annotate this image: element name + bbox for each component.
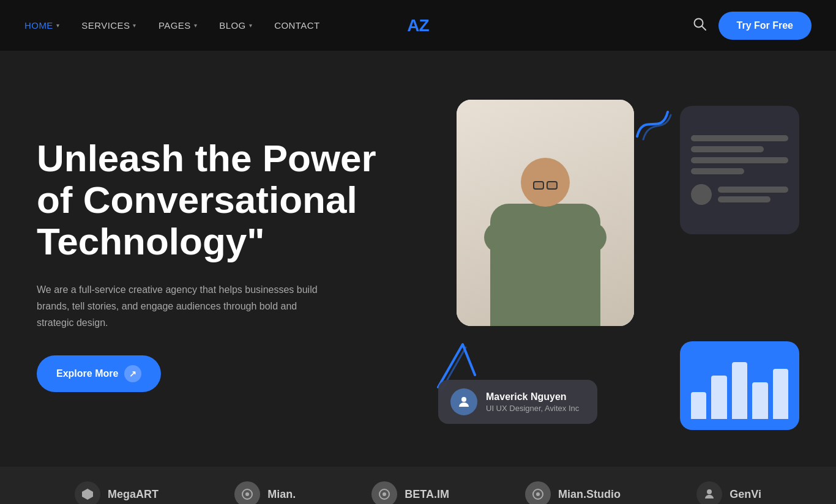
hero-subtitle: We are a full-service creative agency th… <box>37 281 330 332</box>
nav-label-home: HOME <box>24 20 53 31</box>
search-icon[interactable] <box>693 17 706 34</box>
svg-line-1 <box>702 26 706 30</box>
nav-item-blog[interactable]: BLOG ▾ <box>219 20 252 31</box>
brand-name-mian: Mian. <box>267 488 296 501</box>
svg-point-10 <box>707 489 712 494</box>
nav-item-contact[interactable]: CONTACT <box>274 20 320 31</box>
text-line-3 <box>691 157 788 163</box>
explore-label: Explore More <box>56 368 118 379</box>
squiggle-top-decoration <box>631 106 674 143</box>
nav-label-contact: CONTACT <box>274 20 320 31</box>
chart-bar-5 <box>773 369 788 419</box>
person-head <box>521 158 570 207</box>
nav-item-pages[interactable]: PAGES ▾ <box>159 20 197 31</box>
chart-card <box>680 341 799 430</box>
person-image <box>457 100 634 326</box>
person-job-title: UI UX Designer, Avitex Inc <box>486 404 579 413</box>
person-name: Maverick Nguyen <box>486 391 579 402</box>
person-arms <box>484 222 606 253</box>
brand-mianstudio: Mian.Studio <box>525 481 621 504</box>
hero-right: Maverick Nguyen UI UX Designer, Avitex I… <box>420 87 799 442</box>
chart-bar-2 <box>711 376 726 419</box>
svg-point-5 <box>245 492 249 496</box>
person-torso <box>490 204 600 326</box>
chevron-down-icon: ▾ <box>56 22 59 29</box>
name-badge: Maverick Nguyen UI UX Designer, Avitex I… <box>438 380 597 424</box>
chevron-down-icon: ▾ <box>133 22 136 29</box>
hero-title: Unleash the Power of Conversational Tech… <box>37 138 379 263</box>
nav-label-blog: BLOG <box>219 20 245 31</box>
person-silhouette <box>490 158 600 326</box>
nav-item-home[interactable]: HOME ▾ <box>24 20 59 31</box>
logo-a: A <box>407 16 419 35</box>
brand-icon-mian <box>234 481 260 504</box>
chart-bar-4 <box>752 382 767 419</box>
brand-betaim: BETA.IM <box>371 481 449 504</box>
glasses <box>533 181 558 190</box>
logo-text: AZ <box>407 16 428 35</box>
nav-right: Try For Free <box>693 12 812 40</box>
hero-left: Unleash the Power of Conversational Tech… <box>37 138 379 392</box>
chart-bar-3 <box>732 362 747 419</box>
brand-icon-genvi <box>696 481 722 504</box>
brand-icon-betaim <box>371 481 397 504</box>
chevron-down-icon: ▾ <box>194 22 197 29</box>
chart-bar-1 <box>691 392 706 419</box>
text-line-2 <box>691 146 764 152</box>
brands-bar: MegaART Mian. BETA.IM Mian.Studio <box>0 467 836 504</box>
try-free-button[interactable]: Try For Free <box>718 12 812 40</box>
hero-section: Unleash the Power of Conversational Tech… <box>0 51 836 467</box>
brand-name-mianstudio: Mian.Studio <box>558 488 621 501</box>
svg-point-9 <box>536 492 540 496</box>
nav-label-pages: PAGES <box>159 20 191 31</box>
brand-name-megaart: MegaART <box>108 488 159 501</box>
person-card <box>457 100 634 326</box>
brand-name-betaim: BETA.IM <box>405 488 449 501</box>
nav-label-services: SERVICES <box>81 20 130 31</box>
text-lines <box>691 135 788 174</box>
brand-mian: Mian. <box>234 481 296 504</box>
arrow-icon: ↗ <box>124 365 141 382</box>
side-lines <box>718 187 788 202</box>
brand-name-genvi: GenVi <box>730 488 761 501</box>
site-logo[interactable]: AZ <box>407 16 428 35</box>
svg-point-7 <box>383 492 386 496</box>
brand-megaart: MegaART <box>75 481 159 504</box>
side-line-1 <box>718 187 788 193</box>
side-line-2 <box>718 196 771 202</box>
avatar-line <box>691 184 788 205</box>
explore-more-button[interactable]: Explore More ↗ <box>37 355 161 392</box>
name-info: Maverick Nguyen UI UX Designer, Avitex I… <box>486 391 579 413</box>
chevron-down-icon: ▾ <box>249 22 252 29</box>
svg-marker-3 <box>82 489 93 500</box>
brand-genvi: GenVi <box>696 481 761 504</box>
nav-left: HOME ▾ SERVICES ▾ PAGES ▾ BLOG ▾ CONTACT <box>24 20 320 31</box>
nav-item-services[interactable]: SERVICES ▾ <box>81 20 136 31</box>
small-avatar <box>691 184 712 205</box>
text-line-4 <box>691 168 744 174</box>
text-line-1 <box>691 135 788 141</box>
brand-icon-megaart <box>75 481 100 504</box>
brand-icon-mianstudio <box>525 481 551 504</box>
svg-point-2 <box>461 397 466 402</box>
avatar <box>450 388 477 415</box>
navigation: HOME ▾ SERVICES ▾ PAGES ▾ BLOG ▾ CONTACT… <box>0 0 836 51</box>
content-card <box>680 106 799 234</box>
